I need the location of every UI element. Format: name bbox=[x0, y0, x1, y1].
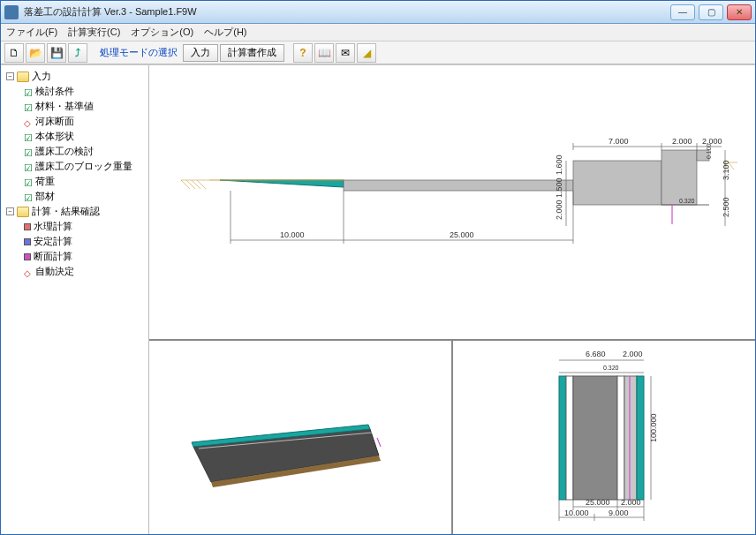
check-icon bbox=[24, 192, 33, 201]
menu-calc[interactable]: 計算実行(C) bbox=[68, 26, 120, 39]
svg-text:0.320: 0.320 bbox=[603, 365, 619, 371]
svg-text:25.000: 25.000 bbox=[586, 498, 610, 507]
check-icon bbox=[24, 102, 33, 111]
menu-help[interactable]: ヘルプ(H) bbox=[204, 26, 246, 39]
svg-text:2.000: 2.000 bbox=[621, 498, 641, 507]
export-icon[interactable]: ⤴ bbox=[68, 43, 87, 63]
new-icon[interactable]: 🗋 bbox=[4, 43, 24, 63]
toolbar: 🗋 📂 💾 ⤴ 処理モードの選択 入力 計算書作成 ? 📖 ✉ ◢ bbox=[1, 41, 755, 64]
svg-text:2.000: 2.000 bbox=[672, 137, 692, 146]
menu-option[interactable]: オプション(O) bbox=[131, 26, 193, 39]
tree-item[interactable]: 断面計算 bbox=[3, 249, 147, 264]
tree-item[interactable]: 水理計算 bbox=[3, 219, 147, 234]
menubar[interactable]: ファイル(F) 計算実行(C) オプション(O) ヘルプ(H) bbox=[1, 24, 755, 41]
window-title: 落差工の設計計算 Ver.3 - Sample1.F9W bbox=[24, 5, 670, 19]
tree-item-label: 護床工のブロック重量 bbox=[35, 160, 132, 173]
titlebar[interactable]: 落差工の設計計算 Ver.3 - Sample1.F9W — ▢ ✕ bbox=[1, 1, 755, 24]
svg-line-0 bbox=[181, 180, 190, 189]
svg-text:0.320: 0.320 bbox=[679, 198, 695, 204]
svg-marker-5 bbox=[220, 180, 344, 187]
info-icon[interactable]: ◢ bbox=[357, 43, 376, 63]
svg-text:10.000: 10.000 bbox=[564, 509, 589, 517]
tree-item-label: 安定計算 bbox=[34, 235, 72, 248]
tree-item-label: 水理計算 bbox=[34, 220, 72, 233]
mode-report-button[interactable]: 計算書作成 bbox=[220, 44, 284, 62]
tree-item-label: 部材 bbox=[35, 190, 55, 203]
tree-item[interactable]: 河床断面 bbox=[3, 114, 147, 129]
folder-icon bbox=[17, 72, 29, 82]
mode-label: 処理モードの選択 bbox=[96, 46, 181, 59]
tree-root-results[interactable]: − 計算・結果確認 bbox=[3, 204, 147, 219]
tree-item[interactable]: 自動決定 bbox=[3, 264, 147, 279]
svg-text:25.000: 25.000 bbox=[450, 230, 474, 239]
app-icon bbox=[4, 5, 19, 19]
tree-item[interactable]: 本体形状 bbox=[3, 129, 147, 144]
svg-line-45 bbox=[377, 438, 381, 447]
mode-input-button[interactable]: 入力 bbox=[183, 44, 218, 62]
svg-text:1.500: 1.500 bbox=[555, 177, 563, 198]
tree-item-label: 自動決定 bbox=[35, 265, 74, 278]
square-icon bbox=[24, 223, 31, 230]
diamond-icon bbox=[24, 117, 33, 126]
menu-file[interactable]: ファイル(F) bbox=[6, 26, 57, 39]
book-icon[interactable]: 📖 bbox=[314, 43, 334, 63]
close-button[interactable]: ✕ bbox=[727, 4, 752, 20]
help-icon[interactable]: ? bbox=[293, 43, 313, 63]
square-icon bbox=[24, 253, 31, 260]
tree-item[interactable]: 安定計算 bbox=[3, 234, 147, 249]
svg-text:3.100: 3.100 bbox=[722, 160, 730, 180]
svg-line-3 bbox=[197, 180, 206, 189]
section-view[interactable]: 6.680 2.000 0.320 bbox=[453, 341, 755, 534]
folder-icon bbox=[17, 207, 29, 217]
svg-rect-55 bbox=[617, 376, 624, 500]
isometric-view[interactable] bbox=[149, 341, 453, 534]
svg-rect-57 bbox=[637, 376, 644, 500]
svg-text:10.000: 10.000 bbox=[280, 230, 305, 239]
svg-line-1 bbox=[186, 180, 195, 189]
tree-label: 入力 bbox=[32, 70, 51, 83]
check-icon bbox=[24, 87, 33, 96]
check-icon bbox=[24, 177, 33, 186]
check-icon bbox=[24, 147, 33, 156]
tree-item-label: 河床断面 bbox=[35, 115, 74, 128]
open-icon[interactable]: 📂 bbox=[26, 43, 45, 63]
collapse-icon[interactable]: − bbox=[6, 207, 14, 215]
svg-text:1.600: 1.600 bbox=[555, 154, 563, 175]
tree-item-label: 荷重 bbox=[35, 175, 55, 188]
maximize-button[interactable]: ▢ bbox=[699, 4, 723, 20]
tree-item[interactable]: 検討条件 bbox=[3, 84, 147, 99]
svg-rect-53 bbox=[566, 376, 573, 500]
check-icon bbox=[24, 162, 33, 171]
svg-text:2.000: 2.000 bbox=[623, 350, 643, 358]
svg-rect-7 bbox=[344, 180, 573, 191]
svg-text:7.000: 7.000 bbox=[609, 137, 629, 146]
tree-item-label: 材料・基準値 bbox=[35, 100, 94, 113]
svg-rect-8 bbox=[573, 161, 662, 205]
tree-item[interactable]: 護床工の検討 bbox=[3, 144, 147, 159]
tree-item-label: 検討条件 bbox=[35, 85, 74, 98]
tree-item[interactable]: 材料・基準値 bbox=[3, 99, 147, 114]
tree-item[interactable]: 部材 bbox=[3, 189, 147, 204]
tree-panel[interactable]: − 入力 検討条件材料・基準値河床断面本体形状護床工の検討護床工のブロック重量荷… bbox=[1, 65, 149, 534]
tree-item-label: 本体形状 bbox=[35, 130, 74, 143]
tree-label: 計算・結果確認 bbox=[32, 205, 100, 218]
check-icon bbox=[24, 132, 33, 141]
tree-item[interactable]: 護床工のブロック重量 bbox=[3, 159, 147, 174]
elevation-view[interactable]: 10.000 25.000 7.000 2.000 2.000 1.600 1.… bbox=[149, 65, 755, 341]
viewport-panels: 10.000 25.000 7.000 2.000 2.000 1.600 1.… bbox=[149, 65, 755, 534]
tree-item[interactable]: 荷重 bbox=[3, 174, 147, 189]
tree-item-label: 護床工の検討 bbox=[35, 145, 94, 158]
save-icon[interactable]: 💾 bbox=[47, 43, 66, 63]
tree-root-input[interactable]: − 入力 bbox=[3, 69, 147, 84]
svg-rect-9 bbox=[662, 150, 697, 205]
svg-text:6.680: 6.680 bbox=[586, 350, 606, 358]
svg-text:100.000: 100.000 bbox=[649, 413, 658, 442]
svg-text:9.000: 9.000 bbox=[609, 509, 629, 517]
svg-text:2.000: 2.000 bbox=[555, 200, 563, 220]
diamond-icon bbox=[24, 268, 33, 276]
svg-rect-56 bbox=[624, 376, 637, 500]
minimize-button[interactable]: — bbox=[670, 4, 695, 20]
collapse-icon[interactable]: − bbox=[6, 72, 14, 80]
mail-icon[interactable]: ✉ bbox=[336, 43, 355, 63]
svg-rect-54 bbox=[573, 376, 617, 500]
